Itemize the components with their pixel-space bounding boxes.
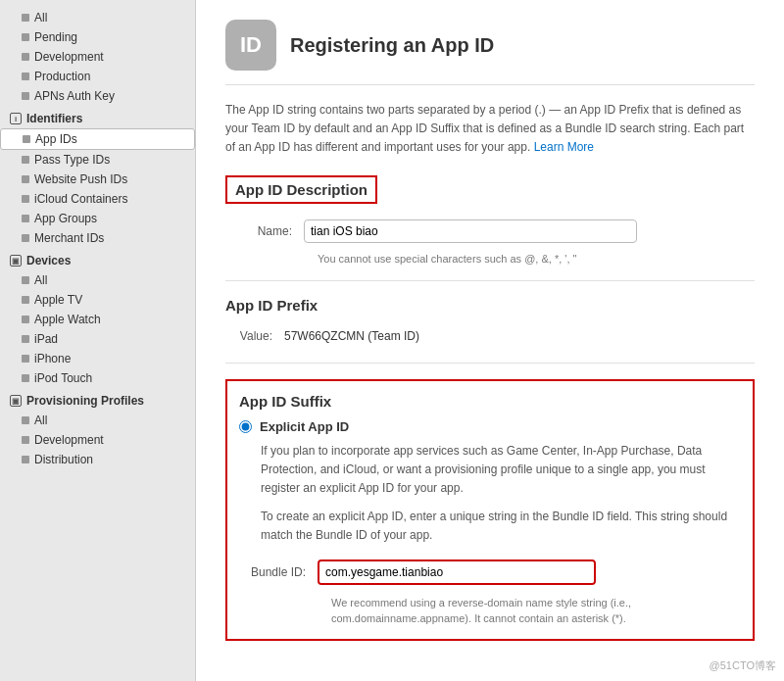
app-id-name-row: Name: bbox=[225, 216, 755, 247]
explicit-label: Explicit App ID bbox=[260, 419, 349, 434]
dot-icon bbox=[22, 335, 29, 343]
explicit-app-id-radio-row: Explicit App ID bbox=[239, 419, 741, 434]
watermark: @51CTO博客 bbox=[710, 658, 776, 673]
sidebar-section-provisioning: ▣ Provisioning Profiles All Development … bbox=[0, 388, 195, 469]
sidebar-section-devices-header: ▣ Devices bbox=[0, 248, 195, 270]
dot-icon bbox=[22, 316, 29, 323]
dot-icon bbox=[22, 276, 29, 284]
app-id-name-input[interactable] bbox=[304, 219, 637, 243]
dot-icon bbox=[22, 73, 29, 80]
sidebar-section-identifiers-header: i Identifiers bbox=[0, 106, 195, 128]
sidebar-item-pending[interactable]: Pending bbox=[0, 27, 195, 47]
learn-more-link[interactable]: Learn More bbox=[534, 140, 594, 154]
dot-icon bbox=[22, 436, 29, 444]
sidebar: All Pending Development Production APNs … bbox=[0, 0, 196, 681]
prefix-value-row: Value: 57W66QZCMN (Team ID) bbox=[225, 325, 755, 347]
dot-icon bbox=[22, 14, 29, 22]
sidebar-item-icloud-containers[interactable]: iCloud Containers bbox=[0, 189, 195, 209]
bundle-hint: We recommend using a reverse-domain name… bbox=[331, 595, 741, 627]
name-label: Name: bbox=[225, 224, 304, 238]
intro-text: The App ID string contains two parts sep… bbox=[225, 101, 755, 158]
app-id-prefix-heading: App ID Prefix bbox=[225, 297, 755, 314]
sidebar-item-development-certs[interactable]: Development bbox=[0, 47, 195, 67]
sidebar-section-provisioning-header: ▣ Provisioning Profiles bbox=[0, 388, 195, 411]
sidebar-item-apns-auth-key[interactable]: APNs Auth Key bbox=[0, 86, 195, 106]
sidebar-item-app-ids[interactable]: App IDs bbox=[0, 128, 195, 150]
explicit-radio[interactable] bbox=[239, 420, 252, 433]
sidebar-section-identifiers: i Identifiers App IDs Pass Type IDs Webs… bbox=[0, 106, 195, 248]
sidebar-item-ipod-touch[interactable]: iPod Touch bbox=[0, 368, 195, 388]
sidebar-item-apple-watch[interactable]: Apple Watch bbox=[0, 310, 195, 329]
page-title: Registering an App ID bbox=[290, 34, 494, 57]
dot-icon bbox=[22, 33, 29, 41]
sidebar-section-devices: ▣ Devices All Apple TV Apple Watch iPad … bbox=[0, 248, 195, 388]
sidebar-item-all-certs[interactable]: All bbox=[0, 8, 195, 27]
provisioning-icon: ▣ bbox=[10, 395, 22, 407]
sidebar-item-merchant-ids[interactable]: Merchant IDs bbox=[0, 228, 195, 248]
sidebar-item-website-push-ids[interactable]: Website Push IDs bbox=[0, 170, 195, 189]
main-content: ID Registering an App ID The App ID stri… bbox=[196, 0, 784, 681]
suffix-desc-2: To create an explicit App ID, enter a un… bbox=[239, 508, 741, 545]
prefix-value-label: Value: bbox=[225, 329, 284, 343]
dot-icon bbox=[23, 135, 30, 143]
sidebar-section-certificates: All Pending Development Production APNs … bbox=[0, 8, 195, 106]
dot-icon bbox=[22, 355, 29, 363]
section-divider-1 bbox=[225, 280, 755, 281]
sidebar-item-app-groups[interactable]: App Groups bbox=[0, 209, 195, 228]
sidebar-item-apple-tv[interactable]: Apple TV bbox=[0, 290, 195, 310]
sidebar-item-distribution[interactable]: Distribution bbox=[0, 450, 195, 469]
dot-icon bbox=[22, 215, 29, 222]
dot-icon bbox=[22, 374, 29, 382]
sidebar-item-development-profiles[interactable]: Development bbox=[0, 430, 195, 450]
sidebar-item-pass-type-ids[interactable]: Pass Type IDs bbox=[0, 150, 195, 170]
bundle-input-wrapper bbox=[318, 559, 596, 585]
app-id-prefix-section: App ID Prefix bbox=[225, 297, 755, 314]
dot-icon bbox=[22, 234, 29, 242]
dot-icon bbox=[22, 53, 29, 61]
suffix-desc-1: If you plan to incorporate app services … bbox=[239, 442, 741, 499]
prefix-value-text: 57W66QZCMN (Team ID) bbox=[284, 329, 419, 343]
dot-icon bbox=[22, 416, 29, 424]
dot-icon bbox=[22, 92, 29, 100]
dot-icon bbox=[22, 296, 29, 304]
app-id-description-section-header: App ID Description bbox=[225, 175, 377, 204]
bundle-id-row: Bundle ID: bbox=[239, 556, 741, 589]
dot-icon bbox=[22, 195, 29, 203]
section-divider-2 bbox=[225, 363, 755, 364]
sidebar-item-iphone[interactable]: iPhone bbox=[0, 349, 195, 368]
identifiers-icon: i bbox=[10, 113, 22, 124]
sidebar-item-ipad[interactable]: iPad bbox=[0, 329, 195, 349]
sidebar-item-production[interactable]: Production bbox=[0, 67, 195, 86]
app-id-suffix-section: App ID Suffix Explicit App ID If you pla… bbox=[225, 379, 755, 641]
bundle-id-label: Bundle ID: bbox=[239, 565, 318, 579]
app-id-description-heading: App ID Description bbox=[235, 181, 368, 198]
dot-icon bbox=[22, 175, 29, 183]
sidebar-item-all-profiles[interactable]: All bbox=[0, 411, 195, 430]
dot-icon bbox=[22, 156, 29, 164]
bundle-id-input[interactable] bbox=[319, 561, 594, 583]
dot-icon bbox=[22, 456, 29, 463]
app-id-suffix-heading: App ID Suffix bbox=[239, 393, 741, 410]
page-header: ID Registering an App ID bbox=[225, 20, 755, 85]
name-hint: You cannot use special characters such a… bbox=[318, 253, 755, 265]
app-id-icon: ID bbox=[225, 20, 276, 71]
devices-icon: ▣ bbox=[10, 255, 22, 267]
sidebar-item-all-devices[interactable]: All bbox=[0, 270, 195, 290]
